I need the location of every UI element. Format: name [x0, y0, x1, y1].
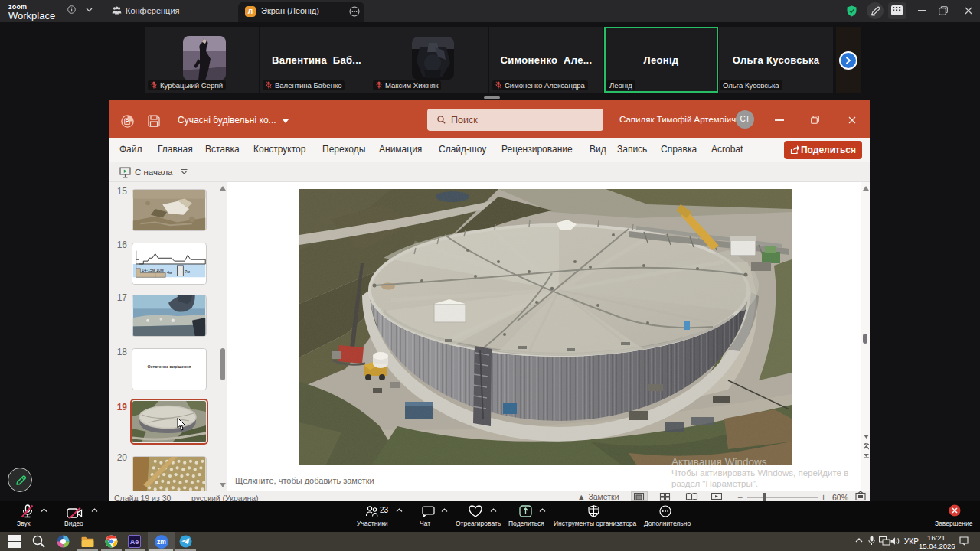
svg-text:Остаточне вирішення: Остаточне вирішення [148, 364, 191, 369]
svg-text:P: P [125, 118, 129, 125]
svg-text:4м: 4м [167, 270, 172, 275]
svg-text:14-15м 10м: 14-15м 10м [142, 268, 164, 272]
svg-text:7м: 7м [185, 269, 190, 274]
